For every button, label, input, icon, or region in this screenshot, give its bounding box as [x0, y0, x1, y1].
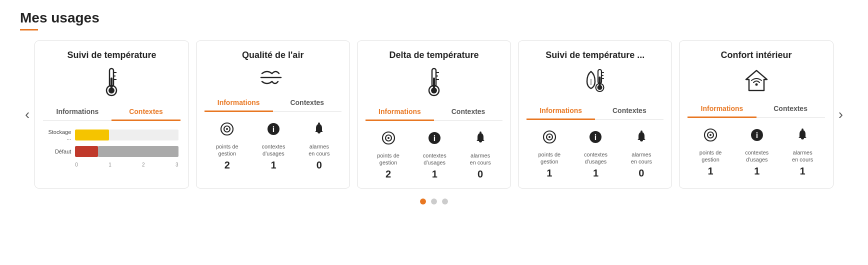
card-3-title: Delta de température — [389, 50, 478, 60]
stat-contextes-4: i contextesd'usages 1 — [584, 130, 608, 179]
stat-label-contextes-4: contextesd'usages — [584, 151, 608, 166]
stat-value-points-4: 1 — [546, 168, 552, 179]
stat-value-contextes-5: 1 — [754, 166, 760, 177]
stat-value-contextes-2: 1 — [270, 160, 276, 171]
stat-label-alarmes-5: alarmesen cours — [792, 149, 813, 164]
pagination-dot-2[interactable] — [431, 198, 437, 204]
stat-value-alarmes-2: 0 — [316, 160, 322, 171]
stat-label-alarmes-3: alarmesen cours — [470, 152, 491, 166]
bar-track-defaut — [75, 146, 178, 157]
card-4-title: Suivi de température ... — [546, 50, 644, 60]
svg-text:i: i — [272, 125, 274, 134]
svg-point-48 — [802, 128, 804, 130]
stat-label-points-4: points degestion — [538, 151, 561, 166]
axis-1: 1 — [108, 162, 112, 168]
chart-axis: 0 1 2 3 — [45, 162, 178, 168]
svg-point-13 — [318, 122, 320, 124]
page-title: Mes usages — [20, 10, 848, 26]
home-wifi-icon — [743, 68, 770, 98]
stat-points-gestion-3: points degestion 2 — [377, 131, 400, 180]
tab-informations-5[interactable]: Informations — [688, 104, 756, 118]
bar-chart-1: Stockage ... Défaut 0 — [43, 129, 180, 168]
tab-informations-3[interactable]: Informations — [366, 108, 434, 121]
bar-row-defaut: Défaut — [45, 146, 178, 157]
cards-container: Suivi de température Informations Contex… — [34, 40, 833, 188]
stat-label-points-3: points degestion — [377, 152, 400, 166]
tab-informations-2[interactable]: Informations — [204, 98, 273, 112]
stat-points-gestion-2: points degestion 2 — [216, 122, 238, 171]
stat-contextes-5: i contextesd'usages 1 — [745, 128, 768, 177]
tab-contextes-5[interactable]: Contextes — [756, 104, 825, 118]
stat-alarmes-3: alarmesen cours 0 — [470, 131, 491, 180]
tab-contextes-3[interactable]: Contextes — [434, 108, 502, 121]
tab-contextes-1[interactable]: Contextes — [112, 108, 180, 121]
tab-informations-4[interactable]: Informations — [526, 106, 595, 120]
stat-label-contextes-3: contextesd'usages — [423, 152, 446, 166]
axis-2: 2 — [142, 162, 145, 168]
stat-label-alarmes-2: alarmesen cours — [308, 143, 330, 158]
stat-points-gestion-5: points degestion 1 — [700, 128, 722, 177]
title-underline — [20, 29, 38, 30]
card-4-tabs: Informations Contextes — [526, 106, 664, 120]
stat-value-alarmes-5: 1 — [800, 166, 806, 177]
info-icon-2: i — [266, 122, 280, 139]
bar-track-stockage — [75, 130, 178, 140]
svg-text:i: i — [756, 131, 758, 140]
info-icon-4: i — [588, 130, 602, 147]
svg-point-40 — [640, 130, 642, 132]
svg-text:i: i — [434, 134, 436, 142]
bell-icon-2 — [312, 122, 326, 139]
target-icon-3 — [382, 131, 396, 148]
tab-informations-1[interactable]: Informations — [43, 108, 112, 121]
pagination-dot-3[interactable] — [442, 198, 448, 204]
svg-text:i: i — [594, 133, 596, 142]
stat-label-alarmes-4: alarmesen cours — [631, 151, 652, 166]
card-2-title: Qualité de l'air — [242, 50, 304, 60]
card-2-tabs: Informations Contextes — [204, 98, 342, 112]
card-3-tabs: Informations Contextes — [366, 108, 502, 121]
next-button[interactable]: › — [834, 106, 848, 122]
bell-icon-3 — [474, 131, 488, 148]
svg-point-3 — [108, 88, 114, 94]
info-icon-5: i — [750, 128, 764, 145]
prev-button[interactable]: ‹ — [20, 106, 34, 122]
svg-point-31 — [598, 85, 602, 90]
bar-row-stockage: Stockage ... — [45, 129, 178, 141]
tab-contextes-2[interactable]: Contextes — [273, 98, 342, 112]
card-suivi-temperature-2: Suivi de température ... Informa — [518, 40, 672, 188]
card-2-stats: points degestion 2 i contextesd'usages 1… — [204, 122, 342, 171]
card-suivi-temperature: Suivi de température Informations Contex… — [34, 40, 188, 188]
stat-alarmes-2: alarmesen cours 0 — [308, 122, 330, 171]
stat-value-contextes-4: 1 — [593, 168, 598, 179]
svg-point-37 — [548, 136, 550, 138]
axis-3: 3 — [176, 162, 178, 168]
stat-value-alarmes-4: 0 — [638, 168, 644, 179]
pagination-dot-1[interactable] — [420, 198, 426, 204]
thermo-drop-icon — [582, 68, 608, 100]
thermometer-icon — [102, 68, 120, 100]
stat-value-points-3: 2 — [386, 168, 391, 180]
card-5-title: Confort intérieur — [721, 50, 792, 60]
tab-contextes-4[interactable]: Contextes — [595, 106, 664, 120]
card-1-tabs: Informations Contextes — [43, 108, 180, 121]
card-qualite-air: Qualité de l'air Informations Contextes — [196, 40, 350, 188]
bell-icon-5 — [796, 128, 810, 145]
bar-label-stockage: Stockage ... — [45, 129, 71, 141]
stat-label-contextes-2: contextesd'usages — [262, 143, 285, 158]
stat-label-points-2: points degestion — [216, 143, 238, 158]
card-5-stats: points degestion 1 i contextesd'usages 1… — [688, 128, 824, 177]
pagination — [20, 198, 848, 204]
card-4-stats: points degestion 1 i contextesd'usages 1… — [526, 130, 664, 179]
target-icon-5 — [704, 128, 718, 145]
target-icon-4 — [542, 130, 556, 147]
carousel-wrapper: ‹ Suivi de température Informations Co — [20, 40, 848, 188]
axis-0: 0 — [75, 162, 78, 168]
stat-label-contextes-5: contextesd'usages — [745, 149, 768, 164]
bar-label-defaut: Défaut — [45, 148, 71, 154]
svg-point-26 — [480, 132, 482, 134]
card-3-stats: points degestion 2 i contextesd'usages 1… — [366, 131, 502, 180]
bell-icon-4 — [634, 130, 648, 147]
svg-point-42 — [755, 84, 758, 86]
svg-point-17 — [431, 88, 437, 94]
thermometer-icon-3 — [425, 68, 443, 100]
